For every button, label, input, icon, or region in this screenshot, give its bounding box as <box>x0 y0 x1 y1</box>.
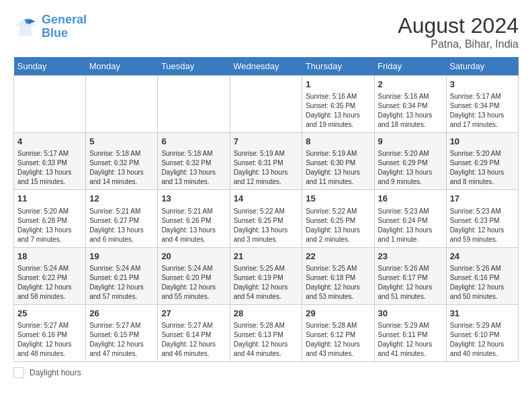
day-number: 25 <box>17 308 82 320</box>
calendar-body: 1Sunrise: 5:16 AM Sunset: 6:35 PM Daylig… <box>14 76 519 362</box>
header-tuesday: Tuesday <box>158 57 230 76</box>
day-number: 2 <box>378 79 443 91</box>
logo-text: General Blue <box>42 13 87 40</box>
day-cell: 9Sunrise: 5:20 AM Sunset: 6:29 PM Daylig… <box>374 133 446 190</box>
day-number: 4 <box>17 136 82 148</box>
day-cell <box>230 76 302 133</box>
day-cell: 15Sunrise: 5:22 AM Sunset: 6:25 PM Dayli… <box>302 190 374 247</box>
day-cell: 30Sunrise: 5:29 AM Sunset: 6:11 PM Dayli… <box>374 304 446 361</box>
footer-box <box>13 367 24 378</box>
header-thursday: Thursday <box>302 57 374 76</box>
day-cell: 27Sunrise: 5:27 AM Sunset: 6:14 PM Dayli… <box>158 304 230 361</box>
day-cell: 10Sunrise: 5:20 AM Sunset: 6:29 PM Dayli… <box>446 133 518 190</box>
day-cell: 29Sunrise: 5:28 AM Sunset: 6:12 PM Dayli… <box>302 304 374 361</box>
day-cell: 17Sunrise: 5:23 AM Sunset: 6:23 PM Dayli… <box>446 190 518 247</box>
day-number: 26 <box>89 308 154 320</box>
day-cell <box>158 76 230 133</box>
day-info: Sunrise: 5:17 AM Sunset: 6:33 PM Dayligh… <box>17 149 82 187</box>
day-number: 6 <box>161 136 226 148</box>
logo-icon <box>13 15 38 39</box>
day-number: 28 <box>234 308 299 320</box>
day-cell: 21Sunrise: 5:25 AM Sunset: 6:19 PM Dayli… <box>230 247 302 304</box>
day-info: Sunrise: 5:22 AM Sunset: 6:25 PM Dayligh… <box>306 207 370 244</box>
day-number: 14 <box>234 193 299 205</box>
day-info: Sunrise: 5:28 AM Sunset: 6:12 PM Dayligh… <box>306 321 370 359</box>
day-info: Sunrise: 5:24 AM Sunset: 6:22 PM Dayligh… <box>17 264 82 302</box>
week-row-3: 18Sunrise: 5:24 AM Sunset: 6:22 PM Dayli… <box>14 247 519 304</box>
day-info: Sunrise: 5:16 AM Sunset: 6:35 PM Dayligh… <box>306 92 370 130</box>
footer-label: Daylight hours <box>30 368 81 377</box>
day-info: Sunrise: 5:20 AM Sunset: 6:28 PM Dayligh… <box>17 207 82 244</box>
day-info: Sunrise: 5:23 AM Sunset: 6:24 PM Dayligh… <box>378 207 443 244</box>
day-cell: 18Sunrise: 5:24 AM Sunset: 6:22 PM Dayli… <box>14 247 86 304</box>
day-info: Sunrise: 5:24 AM Sunset: 6:21 PM Dayligh… <box>89 264 154 302</box>
logo-line2: Blue <box>42 26 68 40</box>
page-header: General Blue August 2024 Patna, Bihar, I… <box>13 13 519 50</box>
header-monday: Monday <box>86 57 158 76</box>
day-cell: 5Sunrise: 5:18 AM Sunset: 6:32 PM Daylig… <box>86 133 158 190</box>
day-cell: 24Sunrise: 5:26 AM Sunset: 6:16 PM Dayli… <box>446 247 518 304</box>
day-info: Sunrise: 5:26 AM Sunset: 6:16 PM Dayligh… <box>450 264 515 302</box>
day-cell: 14Sunrise: 5:22 AM Sunset: 6:25 PM Dayli… <box>230 190 302 247</box>
header-sunday: Sunday <box>14 57 86 76</box>
day-cell: 3Sunrise: 5:17 AM Sunset: 6:34 PM Daylig… <box>446 76 518 133</box>
header-saturday: Saturday <box>446 57 518 76</box>
header-friday: Friday <box>374 57 446 76</box>
day-number: 29 <box>306 308 370 320</box>
title-block: August 2024 Patna, Bihar, India <box>398 13 519 50</box>
week-row-2: 11Sunrise: 5:20 AM Sunset: 6:28 PM Dayli… <box>14 190 519 247</box>
week-row-1: 4Sunrise: 5:17 AM Sunset: 6:33 PM Daylig… <box>14 133 519 190</box>
day-number: 17 <box>450 193 515 205</box>
day-number: 11 <box>17 193 82 205</box>
day-number: 23 <box>378 250 443 263</box>
day-info: Sunrise: 5:20 AM Sunset: 6:29 PM Dayligh… <box>378 149 443 187</box>
day-info: Sunrise: 5:24 AM Sunset: 6:20 PM Dayligh… <box>161 264 226 302</box>
day-info: Sunrise: 5:26 AM Sunset: 6:17 PM Dayligh… <box>378 264 443 302</box>
calendar-table: Sunday Monday Tuesday Wednesday Thursday… <box>13 57 519 362</box>
day-info: Sunrise: 5:23 AM Sunset: 6:23 PM Dayligh… <box>450 207 515 244</box>
day-cell: 31Sunrise: 5:29 AM Sunset: 6:10 PM Dayli… <box>446 304 518 361</box>
day-info: Sunrise: 5:18 AM Sunset: 6:32 PM Dayligh… <box>161 149 226 187</box>
day-number: 3 <box>450 79 515 91</box>
logo-line1: General <box>42 13 87 26</box>
calendar-header: Sunday Monday Tuesday Wednesday Thursday… <box>14 57 519 76</box>
day-cell: 1Sunrise: 5:16 AM Sunset: 6:35 PM Daylig… <box>302 76 374 133</box>
day-number: 22 <box>306 250 370 263</box>
week-row-4: 25Sunrise: 5:27 AM Sunset: 6:16 PM Dayli… <box>14 304 519 361</box>
day-info: Sunrise: 5:25 AM Sunset: 6:18 PM Dayligh… <box>306 264 370 302</box>
day-cell: 26Sunrise: 5:27 AM Sunset: 6:15 PM Dayli… <box>86 304 158 361</box>
day-cell: 28Sunrise: 5:28 AM Sunset: 6:13 PM Dayli… <box>230 304 302 361</box>
day-info: Sunrise: 5:20 AM Sunset: 6:29 PM Dayligh… <box>450 149 515 187</box>
day-number: 31 <box>450 308 515 320</box>
day-cell: 19Sunrise: 5:24 AM Sunset: 6:21 PM Dayli… <box>86 247 158 304</box>
day-info: Sunrise: 5:27 AM Sunset: 6:15 PM Dayligh… <box>89 321 154 359</box>
header-row: Sunday Monday Tuesday Wednesday Thursday… <box>14 57 519 76</box>
day-info: Sunrise: 5:28 AM Sunset: 6:13 PM Dayligh… <box>234 321 299 359</box>
day-info: Sunrise: 5:16 AM Sunset: 6:34 PM Dayligh… <box>378 92 443 130</box>
month-year: August 2024 <box>398 13 519 38</box>
day-number: 30 <box>378 308 443 320</box>
day-cell: 7Sunrise: 5:19 AM Sunset: 6:31 PM Daylig… <box>230 133 302 190</box>
day-number: 19 <box>89 250 154 263</box>
day-number: 8 <box>306 136 370 148</box>
day-info: Sunrise: 5:19 AM Sunset: 6:31 PM Dayligh… <box>234 149 299 187</box>
day-number: 5 <box>89 136 154 148</box>
day-info: Sunrise: 5:25 AM Sunset: 6:19 PM Dayligh… <box>234 264 299 302</box>
header-wednesday: Wednesday <box>230 57 302 76</box>
day-cell <box>14 76 86 133</box>
day-info: Sunrise: 5:19 AM Sunset: 6:30 PM Dayligh… <box>306 149 370 187</box>
day-number: 9 <box>378 136 443 148</box>
day-number: 21 <box>234 250 299 263</box>
day-info: Sunrise: 5:21 AM Sunset: 6:27 PM Dayligh… <box>89 207 154 244</box>
day-cell <box>86 76 158 133</box>
day-info: Sunrise: 5:27 AM Sunset: 6:14 PM Dayligh… <box>161 321 226 359</box>
footer: Daylight hours <box>13 367 519 378</box>
day-info: Sunrise: 5:21 AM Sunset: 6:26 PM Dayligh… <box>161 207 226 244</box>
day-info: Sunrise: 5:29 AM Sunset: 6:10 PM Dayligh… <box>450 321 515 359</box>
day-number: 13 <box>161 193 226 205</box>
location: Patna, Bihar, India <box>398 38 519 50</box>
day-cell: 4Sunrise: 5:17 AM Sunset: 6:33 PM Daylig… <box>14 133 86 190</box>
logo: General Blue <box>13 13 87 40</box>
day-cell: 20Sunrise: 5:24 AM Sunset: 6:20 PM Dayli… <box>158 247 230 304</box>
day-number: 7 <box>234 136 299 148</box>
